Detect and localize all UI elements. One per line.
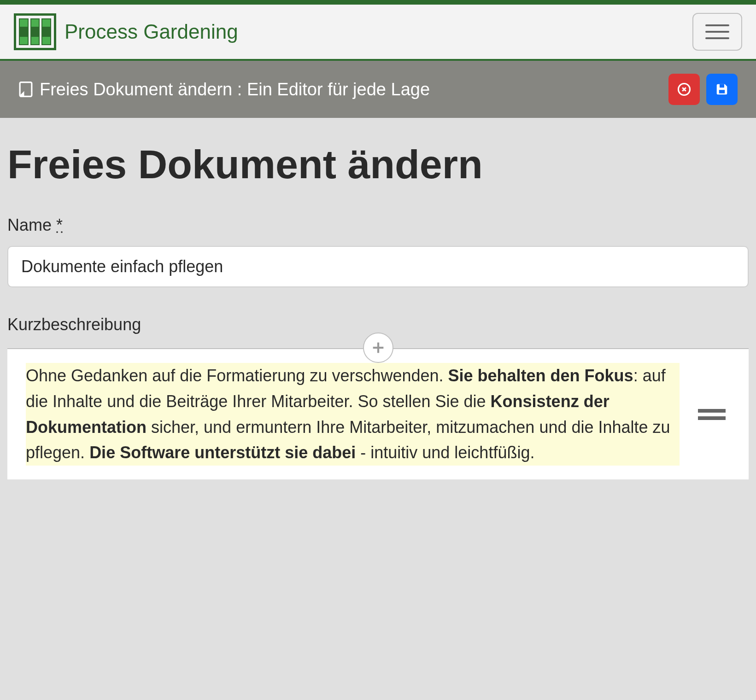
navbar-brand[interactable]: Process Gardening [14,13,238,50]
save-button[interactable] [706,74,738,105]
top-accent-bar [0,0,756,5]
drag-handle[interactable] [693,404,730,425]
document-icon [18,81,33,98]
required-indicator: * [56,216,63,234]
hamburger-menu-button[interactable] [692,13,742,51]
plus-icon [370,340,386,356]
subheader-title: Freies Dokument ändern : Ein Editor für … [18,80,430,99]
editor-block: Ohne Gedanken auf die Formatierung zu ve… [7,348,749,479]
action-buttons [668,74,738,105]
svg-rect-5 [720,84,724,88]
cancel-button[interactable] [668,74,700,105]
drag-handle-icon [698,409,726,413]
subheader: Freies Dokument ändern : Ein Editor für … [0,61,756,118]
svg-rect-4 [719,90,725,93]
brand-logo-icon [14,13,56,50]
page-title: Freies Dokument ändern [7,141,749,188]
add-block-button[interactable] [363,332,393,363]
content-area: Freies Dokument ändern Name * Kurzbeschr… [0,118,756,479]
editor-content[interactable]: Ohne Gedanken auf die Formatierung zu ve… [26,363,680,466]
description-form-group: Kurzbeschreibung Ohne Gedanken auf die F… [7,315,749,479]
save-icon [715,82,729,96]
navbar: Process Gardening [0,5,756,61]
editor-wrapper: Ohne Gedanken auf die Formatierung zu ve… [7,348,749,479]
hamburger-icon [705,24,729,26]
brand-text: Process Gardening [64,20,238,43]
name-input[interactable] [7,246,749,287]
close-icon [677,82,691,96]
subheader-text: Freies Dokument ändern : Ein Editor für … [40,80,430,99]
name-form-group: Name * [7,216,749,287]
description-label: Kurzbeschreibung [7,315,749,334]
name-label: Name * [7,216,749,235]
